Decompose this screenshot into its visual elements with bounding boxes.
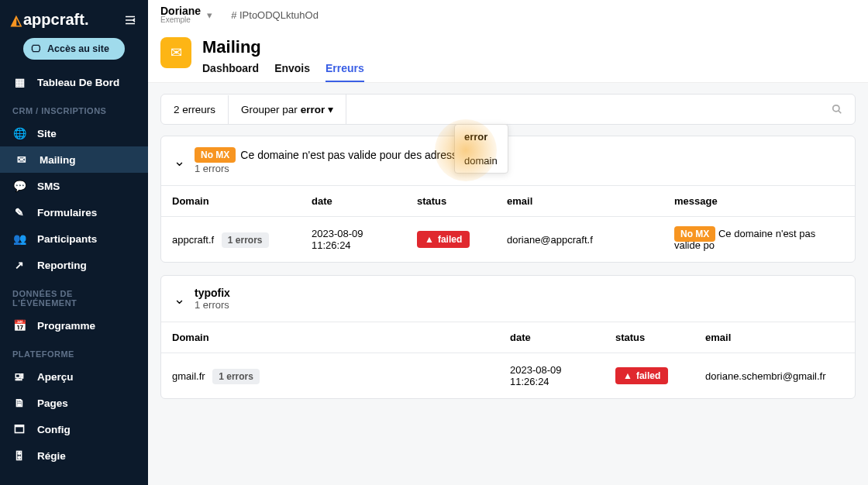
pencil-icon: ✎ xyxy=(12,206,26,218)
monitor-icon: 🖵 xyxy=(31,43,41,54)
warning-icon: ▲ xyxy=(425,234,434,245)
tab-envois[interactable]: Envois xyxy=(274,62,310,82)
domain-error-pill: 1 errors xyxy=(222,232,269,248)
group-subcount: 1 errors xyxy=(195,163,498,174)
cell-date: 2023-08-09 11:26:24 xyxy=(301,217,406,263)
user-selector[interactable]: Doriane Exemple ▾ xyxy=(160,5,212,24)
sidebar-item-dashboard[interactable]: ▦ Tableau De Bord xyxy=(0,69,148,95)
sidebar-collapse-icon[interactable] xyxy=(123,13,137,27)
sidebar-item-label: Participants xyxy=(37,233,97,245)
group-by-dropdown: error domain xyxy=(454,124,508,174)
event-hash: # IPtoODQLktuhOd xyxy=(231,9,319,21)
sidebar-item-label: Reporting xyxy=(37,260,87,271)
sidebar-item-label: Programme xyxy=(37,320,95,332)
status-badge: ▲ failed xyxy=(615,367,668,384)
config-icon: 🗔 xyxy=(12,423,26,435)
cell-email: doriane.schembri@gmail.fr xyxy=(694,353,855,399)
sidebar-item-site[interactable]: 🌐 Site xyxy=(0,120,148,146)
event-hash-value: IPtoODQLktuhOd xyxy=(239,9,319,21)
th-status: status xyxy=(604,322,694,353)
people-icon: 👥 xyxy=(12,232,26,245)
sidebar-item-forms[interactable]: ✎ Formulaires xyxy=(0,199,148,225)
filter-bar: 2 erreurs Grouper par error ▾ error doma… xyxy=(160,94,856,125)
sidebar-item-participants[interactable]: 👥 Participants xyxy=(0,225,148,252)
sidebar-item-label: Config xyxy=(37,424,71,435)
sidebar-item-label: Pages xyxy=(37,397,68,409)
sidebar-item-config[interactable]: 🗔 Config xyxy=(0,416,148,442)
search-cell[interactable] xyxy=(346,95,855,123)
th-email: email xyxy=(694,322,855,353)
status-text: failed xyxy=(636,370,660,381)
sms-icon: 💬 xyxy=(12,180,26,192)
status-badge: ▲ failed xyxy=(417,231,470,248)
sidebar-item-apercu[interactable]: 🖳 Aperçu xyxy=(0,363,148,390)
dropdown-option-error[interactable]: error xyxy=(455,125,508,149)
sidebar-item-programme[interactable]: 📅 Programme xyxy=(0,312,148,339)
th-date: date xyxy=(301,186,406,217)
group-by-selector[interactable]: Grouper par error ▾ xyxy=(229,95,346,124)
cell-status: ▲ failed xyxy=(604,353,694,399)
laptop-icon: 🖳 xyxy=(12,370,26,383)
error-table: Domain date status email message appcraf… xyxy=(161,185,855,262)
brand-name: appcraft. xyxy=(23,11,88,29)
sidebar-item-label: SMS xyxy=(37,181,60,192)
svg-point-0 xyxy=(833,105,839,112)
sidebar-item-label: Mailing xyxy=(40,154,76,166)
mail-icon: ✉ xyxy=(15,153,29,166)
th-status: status xyxy=(406,186,496,217)
sidebar-item-regie[interactable]: 🎛 Régie xyxy=(0,442,148,469)
user-sub: Exemple xyxy=(160,16,201,24)
tab-dashboard[interactable]: Dashboard xyxy=(202,62,259,82)
error-table: Domain date status email gmail.fr 1 erro… xyxy=(161,322,855,398)
calendar-icon: 📅 xyxy=(12,319,26,332)
hash-icon: # xyxy=(231,9,236,21)
logo-icon: ◭ xyxy=(11,12,22,29)
page-icon: ✉ xyxy=(160,37,191,68)
sidebar-item-label: Régie xyxy=(37,450,66,462)
access-site-button[interactable]: 🖵 Accès au site xyxy=(23,38,125,60)
cell-status: ▲ failed xyxy=(406,217,496,263)
group-badge: No MX xyxy=(195,147,236,163)
main-area: Doriane Exemple ▾ # IPtoODQLktuhOd ✉ Mai… xyxy=(148,0,868,485)
dropdown-option-domain[interactable]: domain xyxy=(455,149,508,173)
brand-logo[interactable]: ◭ appcraft. xyxy=(11,11,88,29)
cell-domain: appcraft.f 1 errors xyxy=(161,217,301,263)
expand-toggle-icon[interactable]: ⌄ xyxy=(174,153,185,170)
sidebar-item-reporting[interactable]: ↗ Reporting xyxy=(0,252,148,278)
sidebar-item-pages[interactable]: 🗎 Pages xyxy=(0,390,148,416)
group-subcount: 1 errors xyxy=(195,299,230,311)
domain-text: appcraft.f xyxy=(172,234,214,246)
pages-icon: 🗎 xyxy=(12,397,26,409)
expand-toggle-icon[interactable]: ⌄ xyxy=(174,291,185,308)
table-row: appcraft.f 1 errors 2023-08-09 11:26:24 … xyxy=(161,217,855,263)
th-domain: Domain xyxy=(161,186,301,217)
group-title: typofix xyxy=(195,287,230,299)
access-site-label: Accès au site xyxy=(47,43,109,54)
error-count: 2 erreurs xyxy=(161,95,229,124)
dashboard-icon: ▦ xyxy=(12,76,26,88)
sidebar: ◭ appcraft. 🖵 Accès au site ▦ Tableau De… xyxy=(0,0,148,485)
globe-icon: 🌐 xyxy=(12,127,26,139)
page-title: Mailing xyxy=(202,37,364,57)
cell-email: doriane@appcraft.f xyxy=(496,217,663,263)
sidebar-section-crm: CRM / INSCRIPTIONS xyxy=(0,95,148,120)
th-domain: Domain xyxy=(161,322,499,353)
regie-icon: 🎛 xyxy=(12,449,26,462)
topbar: Doriane Exemple ▾ # IPtoODQLktuhOd xyxy=(148,0,868,29)
warning-icon: ▲ xyxy=(623,370,632,381)
caret-down-icon: ▾ xyxy=(328,103,333,115)
page-header: ✉ Mailing Dashboard Envois Erreurs xyxy=(148,29,868,83)
sidebar-item-sms[interactable]: 💬 SMS xyxy=(0,173,148,199)
tab-erreurs[interactable]: Erreurs xyxy=(326,62,364,82)
sidebar-item-label: Formulaires xyxy=(37,207,97,218)
chevron-down-icon: ▾ xyxy=(207,9,212,21)
group-by-value: error xyxy=(301,104,326,115)
sidebar-item-mailing[interactable]: ✉ Mailing xyxy=(0,146,148,173)
sidebar-item-label: Aperçu xyxy=(37,371,74,383)
error-group-card: ⌄ typofix 1 errors Domain date status em… xyxy=(160,275,856,399)
sidebar-section-platform: PLATEFORME xyxy=(0,339,148,363)
table-row: gmail.fr 1 errors 2023-08-09 11:26:24 ▲ … xyxy=(161,353,855,399)
sidebar-header: ◭ appcraft. xyxy=(0,8,148,36)
page-tabs: Dashboard Envois Erreurs xyxy=(202,62,364,82)
sidebar-section-event: DONNÉES DE L'ÉVÉNEMENT xyxy=(0,278,148,312)
